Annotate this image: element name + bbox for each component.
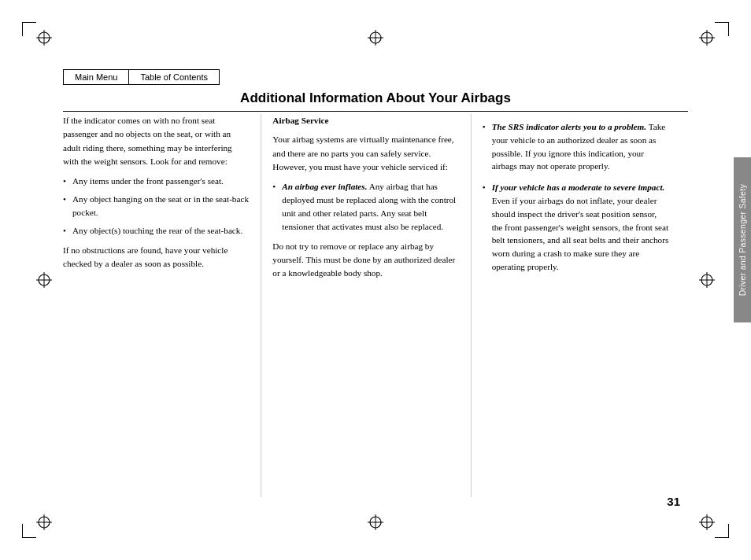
main-menu-button[interactable]: Main Menu <box>63 69 128 85</box>
reg-mark-tr <box>699 30 715 46</box>
list-item: The SRS indicator alerts you to a proble… <box>483 120 669 173</box>
col1-intro: If the indicator comes on with no front … <box>63 114 250 168</box>
reg-mark-mr <box>699 272 715 288</box>
reg-mark-ml <box>36 272 52 288</box>
page-title-area: Additional Information About Your Airbag… <box>63 90 688 112</box>
corner-mark-tr <box>715 22 729 36</box>
page-title: Additional Information About Your Airbag… <box>240 90 511 105</box>
corner-mark-tl <box>22 22 36 36</box>
page-container: Main Menu Table of Contents Additional I… <box>0 0 751 560</box>
corner-mark-bl <box>22 524 36 538</box>
list-item: Any object hanging on the seat or in the… <box>63 193 250 219</box>
columns: If the indicator comes on with no front … <box>63 114 680 497</box>
list-item: Any items under the front passenger's se… <box>63 175 250 188</box>
col3-bullet1-bold: The SRS indicator alerts you to a proble… <box>492 122 646 131</box>
col2-heading: Airbag Service <box>272 114 459 127</box>
sidebar-tab: Driver and Passenger Safety <box>734 157 751 322</box>
nav-bar: Main Menu Table of Contents <box>63 69 220 85</box>
content-area: If the indicator comes on with no front … <box>63 114 680 497</box>
list-item: If your vehicle has a moderate to severe… <box>483 181 669 274</box>
reg-mark-bl <box>36 514 52 530</box>
col2-bullet1-bold: An airbag ever inflates. <box>282 182 367 191</box>
col2-bullet-list: An airbag ever inflates. Any airbag that… <box>272 180 459 233</box>
col2-outro: Do not try to remove or replace any airb… <box>272 240 459 281</box>
col2-heading-text: Airbag Service <box>272 116 328 125</box>
col3-bullet2-rest: Even if your airbags do not inflate, you… <box>492 196 669 271</box>
reg-mark-tl <box>36 30 52 46</box>
col1-bullet-list: Any items under the front passenger's se… <box>63 175 250 237</box>
list-item: Any object(s) touching the rear of the s… <box>63 224 250 238</box>
col2-intro: Your airbag systems are virtually mainte… <box>272 133 459 174</box>
page-number: 31 <box>667 495 680 508</box>
sidebar-tab-label: Driver and Passenger Safety <box>738 184 747 296</box>
reg-mark-bc <box>368 514 383 530</box>
col3-bullet2-bold: If your vehicle has a moderate to severe… <box>492 182 665 192</box>
reg-mark-br <box>699 514 715 530</box>
column-3: The SRS indicator alerts you to a proble… <box>472 114 680 497</box>
table-of-contents-button[interactable]: Table of Contents <box>128 69 220 85</box>
column-1: If the indicator comes on with no front … <box>63 114 261 497</box>
column-2: Airbag Service Your airbag systems are v… <box>261 114 470 497</box>
reg-mark-tc <box>368 30 383 46</box>
col3-bullet-list: The SRS indicator alerts you to a proble… <box>483 120 669 274</box>
corner-mark-br <box>715 524 729 538</box>
col1-outro: If no obstructions are found, have your … <box>63 244 250 271</box>
list-item: An airbag ever inflates. Any airbag that… <box>272 180 459 233</box>
